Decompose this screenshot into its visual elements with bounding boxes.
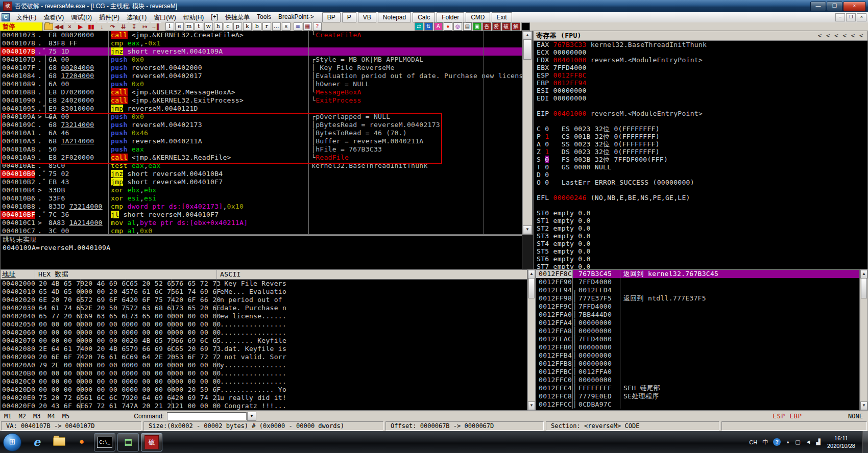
close-program-icon[interactable]: × — [65, 22, 75, 31]
menu-item[interactable]: 快捷菜单 — [222, 12, 253, 23]
stack-pane[interactable]: 0012FF8C767B3C45返回到 kernel32.767B3C45001… — [536, 269, 860, 411]
disasm-row[interactable]: 0040107B.ˇ75 1Djnz short reverseM.004010… — [1, 47, 522, 56]
menu-item[interactable]: Tools — [253, 12, 275, 23]
keyboard-icon[interactable]: ▤ — [463, 22, 472, 31]
run-to-return-icon[interactable]: ↦ — [140, 22, 150, 31]
dump-row[interactable]: 004020206E 20 70 6572 69 6F 6420 6F 75 7… — [1, 296, 527, 304]
register-row[interactable]: A 0 SS 0023 32位 0(FFFFFFFF) — [534, 140, 867, 148]
show-desktop-button[interactable] — [862, 431, 868, 453]
disasm-row[interactable]: 004010B2.ˇEB 43jmp short reverseM.004010… — [1, 178, 522, 186]
register-row[interactable]: T 0 GS 0000 NULL — [534, 163, 867, 171]
disasm-row[interactable]: 004010A3.68 1A214000push reverseM.004021… — [1, 137, 522, 145]
ime-mode-icon[interactable]: 中 — [762, 438, 768, 446]
disasm-address[interactable]: 00401084 — [1, 72, 35, 80]
tray-expand-icon[interactable]: ▲ — [786, 440, 790, 444]
register-row[interactable]: ST2 empty 0.0 — [534, 224, 867, 232]
taskbar-cmd[interactable]: C:\_ — [94, 433, 115, 451]
stack-row[interactable]: 0012FFC0│00000000 — [536, 376, 859, 384]
dump-row[interactable]: 0040200020 4B 65 7920 46 69 6C65 20 52 6… — [1, 280, 527, 288]
register-row[interactable]: Z 1 DS 0023 32位 0(FFFFFFFF) — [534, 148, 867, 156]
disasm-address[interactable]: 004010B4 — [1, 186, 35, 194]
disasm-row[interactable]: 004010B8.833D 73214000cmp dword ptr ds:[… — [1, 203, 522, 211]
dump-row[interactable]: 004020D000 00 00 0000 00 00 0000 00 00 0… — [1, 386, 527, 394]
plugin-grid-icon[interactable]: ▦ — [303, 22, 312, 31]
disasm-row[interactable]: 0040109A>6A 00push 0x0┌pOverlapped = NUL… — [1, 113, 522, 121]
dump-row[interactable]: 0040203064 61 74 652E 20 50 7572 63 68 6… — [1, 304, 527, 312]
register-row[interactable]: ST1 empty 0.0 — [534, 217, 867, 224]
scroll-up-icon[interactable]: ▲ — [523, 31, 532, 40]
stack-row[interactable]: 0012FFC4│FFFFFFFFSEH 链尾部 — [536, 384, 859, 392]
menu-item[interactable]: 查看(V) — [40, 12, 67, 23]
taskbar-clock[interactable]: 16:11 2020/10/28 — [827, 435, 855, 450]
register-row[interactable]: S 0 FS 003B 32位 7FFDF000(FFF) — [534, 156, 867, 163]
brand-wu-icon[interactable]: 吾 — [483, 22, 491, 31]
register-row[interactable]: O 0 LastErr ERROR_SUCCESS (00000000) — [534, 179, 867, 186]
toolbar-letter-e[interactable]: e — [175, 22, 184, 31]
menu-item[interactable]: 文件(F) — [13, 12, 40, 23]
run-icon[interactable]: ▶ — [76, 22, 85, 31]
brand-ai-icon[interactable]: 爱 — [492, 22, 501, 31]
stack-row[interactable]: 0012FFB4│00000000 — [536, 351, 859, 360]
stack-row[interactable]: 0012FFBC│0012FFA0 — [536, 368, 859, 376]
disasm-row[interactable]: 004010C1>8A83 1A214000mov al,byte ptr ds… — [1, 219, 522, 227]
brand-jie-icon[interactable]: 解 — [512, 22, 520, 31]
stack-row[interactable]: 0012FF907FFD4000 — [536, 278, 859, 286]
restore-button[interactable]: ❐ — [827, 2, 842, 11]
disasm-row[interactable]: 004010B4>33DBxor ebx,ebx — [1, 186, 522, 194]
step-into-icon[interactable]: ↓ — [97, 22, 107, 31]
register-row[interactable]: ST6 empty 0.0 — [534, 255, 867, 263]
dump-row[interactable]: 0040205000 00 00 0000 00 00 0000 00 00 0… — [1, 320, 527, 329]
tray-network-icon[interactable]: ▟ — [816, 439, 820, 445]
toolbar-letter-m[interactable]: m — [185, 22, 194, 31]
open-file-icon[interactable] — [44, 23, 53, 30]
dump-row[interactable]: 0040209020 6E 6F 7420 76 61 6C69 64 2E 2… — [1, 353, 527, 361]
register-row[interactable]: ESI 00000000 — [534, 87, 867, 94]
tab-m3[interactable]: M3 — [30, 412, 43, 420]
disasm-row[interactable]: 0040107F.68 00204000push reverseM.004020… — [1, 64, 522, 72]
quick-button-cmd[interactable]: CMD — [466, 12, 490, 22]
start-button[interactable]: ⊞ — [3, 433, 21, 451]
dump-row[interactable]: 0040201065 4D 65 0000 00 20 4576 61 6C 7… — [1, 288, 527, 296]
black-square-icon[interactable] — [521, 22, 530, 31]
stack-scrollbar[interactable]: ▲ ▼ — [860, 269, 868, 411]
scroll-down-icon[interactable]: ▼ — [528, 401, 535, 410]
sync-icon[interactable]: ⇄ — [415, 22, 423, 31]
disasm-address[interactable]: 0040107B — [1, 47, 35, 56]
dump-row[interactable]: 004020A079 2E 00 0000 00 00 0000 00 00 0… — [1, 361, 527, 369]
register-row[interactable]: EIP 00401000 reverseM.<ModuleEntryPoint> — [534, 110, 867, 117]
disasm-row[interactable]: 0040109C.68 73214000push reverseM.004021… — [1, 121, 522, 129]
disasm-row[interactable]: 004010B0.ˇ75 02jnz short reverseM.004010… — [1, 170, 522, 178]
run-to-user-icon[interactable]: →▌ — [151, 22, 161, 31]
disasm-address[interactable]: 0040107D — [1, 56, 35, 64]
registers-pane[interactable]: 寄存器 (FPU) < < < < < < EAX 767B3C33 kerne… — [533, 31, 868, 269]
tray-monitor-icon[interactable]: ▢ — [795, 439, 800, 445]
trace-into-icon[interactable]: ⇊ — [118, 22, 128, 31]
toolbar-letter-c[interactable]: c — [224, 22, 232, 31]
disasm-row[interactable]: 00401078.83F8 FFcmp eax,-0x1 — [1, 39, 522, 47]
brand-po-icon[interactable]: 破 — [502, 22, 511, 31]
register-row[interactable]: EAX 767B3C33 kernel32.BaseThreadInitThun… — [534, 41, 867, 48]
disasm-address[interactable]: 004010B6 — [1, 194, 35, 203]
stack-row[interactable]: 0012FF8C767B3C45返回到 kernel32.767B3C45 — [536, 270, 859, 278]
spiral-icon[interactable]: ◎ — [453, 22, 462, 31]
disasm-row[interactable]: 00401089.6A 00push 0x0│hOwner = NULL — [1, 80, 522, 88]
stack-row[interactable]: 0012FFC8│7779E0EDSE处理程序 — [536, 392, 859, 400]
stack-row[interactable]: 0012FFA4│00000000 — [536, 319, 859, 327]
disasm-address[interactable]: 004010A8 — [1, 145, 35, 154]
register-row[interactable]: EBP 0012FF94 — [534, 79, 867, 87]
disasm-address[interactable]: 004010A3 — [1, 137, 35, 145]
menu-item[interactable]: BreakPoint-> — [275, 12, 318, 23]
collapse-chevrons[interactable]: < < < < < < — [818, 31, 863, 40]
windows-list-icon[interactable]: ≡ — [294, 22, 302, 31]
assembler-icon[interactable]: A — [434, 22, 443, 31]
stack-row[interactable]: 0012FF94┌0012FFD4 — [536, 286, 859, 294]
register-row[interactable]: EBX 7FFD4000 — [534, 64, 867, 71]
disasm-row[interactable]: 00401073.E8 0B020000call <jmp.&KERNEL32.… — [1, 31, 522, 39]
menu-item[interactable]: 选项(T) — [123, 12, 150, 23]
stack-row[interactable]: 0012FFA8│00000000 — [536, 327, 859, 335]
toolbar-letter-r[interactable]: r — [262, 22, 271, 31]
disasm-address[interactable]: 00401073 — [1, 31, 35, 39]
dump-row[interactable]: 0040207000 00 00 0000 00 00 0020 4B 65 7… — [1, 337, 527, 345]
toolbar-letter-t[interactable]: t — [195, 22, 203, 31]
dump-row[interactable]: 004020B000 00 00 0000 00 00 0000 00 00 0… — [1, 369, 527, 377]
